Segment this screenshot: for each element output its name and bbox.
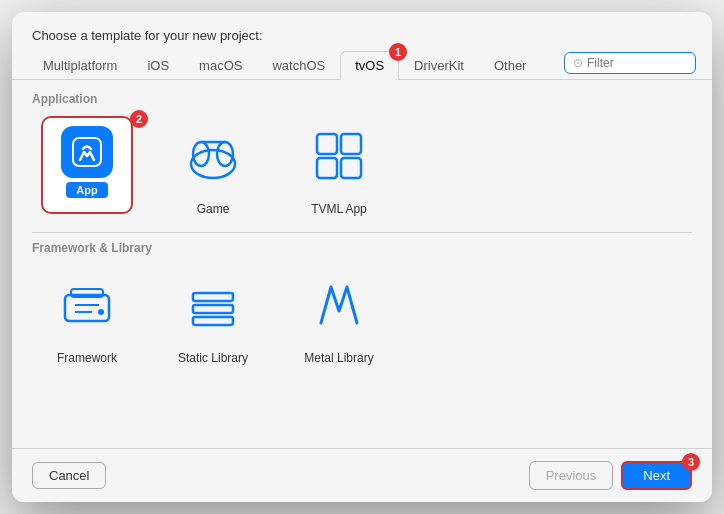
application-items-grid: App 2 Game: [32, 116, 692, 216]
item-tvml[interactable]: TVML App: [284, 116, 394, 216]
svg-rect-9: [65, 295, 109, 321]
tab-driverkit[interactable]: DriverKit: [399, 51, 479, 80]
next-button[interactable]: Next: [621, 461, 692, 490]
item-framework[interactable]: Framework: [32, 265, 142, 365]
app-icon-wrapper: App: [47, 122, 127, 202]
svg-rect-7: [317, 158, 337, 178]
metal-label: Metal Library: [304, 351, 373, 365]
item-game[interactable]: Game: [158, 116, 268, 216]
svg-rect-15: [193, 305, 233, 313]
static-label: Static Library: [178, 351, 248, 365]
metal-icon-wrapper: [299, 265, 379, 345]
svg-rect-8: [341, 158, 361, 178]
item-app[interactable]: App 2: [32, 116, 142, 216]
cancel-button[interactable]: Cancel: [32, 462, 106, 489]
tvml-icon: [309, 126, 369, 186]
dialog-title: Choose a template for your new project:: [12, 12, 712, 43]
section-application-label: Application: [32, 92, 692, 106]
tab-macos[interactable]: macOS: [184, 51, 257, 80]
item-metal-library[interactable]: Metal Library: [284, 265, 394, 365]
footer-right: Previous Next 3: [529, 461, 692, 490]
svg-rect-6: [341, 134, 361, 154]
tvos-tab-wrapper: tvOS 1: [340, 51, 399, 79]
framework-label: Framework: [57, 351, 117, 365]
next-button-wrapper: Next 3: [621, 461, 692, 490]
framework-items-grid: Framework Static Library: [32, 265, 692, 365]
tvml-label: TVML App: [311, 202, 367, 216]
game-icon: [183, 126, 243, 186]
item-static-library[interactable]: Static Library: [158, 265, 268, 365]
framework-icon-wrapper: [47, 265, 127, 345]
svg-point-13: [98, 309, 104, 315]
tab-multiplatform[interactable]: Multiplatform: [28, 51, 132, 80]
section-divider: [32, 232, 692, 233]
tab-other[interactable]: Other: [479, 51, 542, 80]
section-framework-label: Framework & Library: [32, 241, 692, 255]
badge-app-item: 2: [130, 110, 148, 128]
tab-watchos[interactable]: watchOS: [257, 51, 340, 80]
game-icon-wrapper: [173, 116, 253, 196]
selected-wrapper: App: [41, 116, 133, 214]
app-icon-container: App: [61, 126, 113, 198]
metal-icon: [309, 275, 369, 335]
tab-ios[interactable]: iOS: [132, 51, 184, 80]
svg-rect-0: [73, 138, 101, 166]
content-area: Application App 2: [12, 80, 712, 448]
tvml-icon-wrapper: [299, 116, 379, 196]
filter-box: ⊙: [564, 52, 696, 74]
app-item-badge-label: App: [66, 182, 107, 198]
footer: Cancel Previous Next 3: [12, 448, 712, 502]
previous-button[interactable]: Previous: [529, 461, 614, 490]
svg-rect-14: [193, 293, 233, 301]
static-icon-wrapper: [173, 265, 253, 345]
game-label: Game: [197, 202, 230, 216]
framework-icon: [57, 275, 117, 335]
static-icon: [183, 275, 243, 335]
svg-rect-5: [317, 134, 337, 154]
badge-next: 3: [682, 453, 700, 471]
filter-input[interactable]: [587, 56, 687, 70]
svg-rect-16: [193, 317, 233, 325]
filter-icon: ⊙: [573, 56, 583, 70]
app-store-icon: [61, 126, 113, 178]
dialog: Choose a template for your new project: …: [12, 12, 712, 502]
tabs-bar: Multiplatform iOS macOS watchOS tvOS 1 D…: [12, 43, 712, 80]
